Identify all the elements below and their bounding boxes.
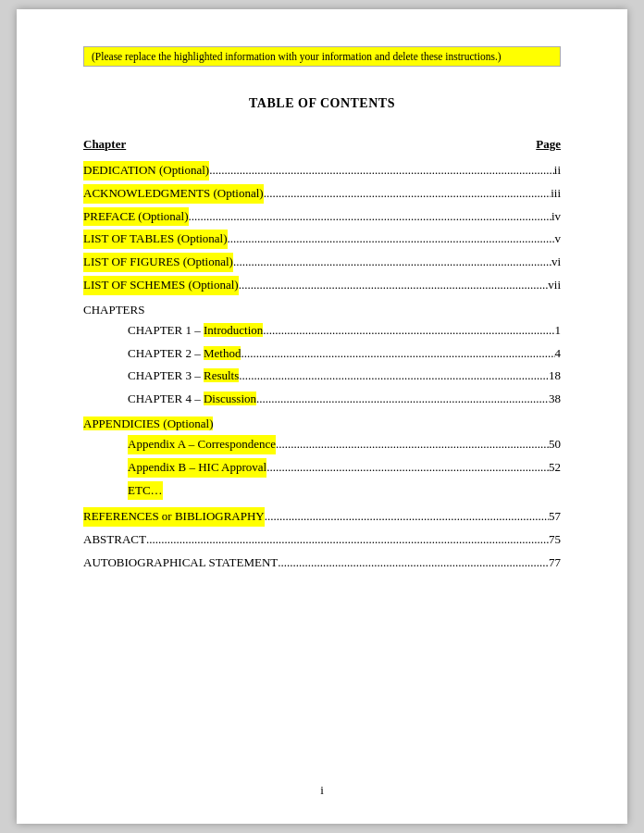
footer: i <box>17 783 627 798</box>
appendicies-section: APPENDICIES (Optional) Appendix A – Corr… <box>83 416 561 500</box>
page-title: TABLE OF CONTENTS <box>249 96 395 110</box>
preface-text: PREFACE (Optional) <box>83 207 189 227</box>
references-text: REFERENCES or BIBLIOGRAPHY <box>83 507 265 527</box>
header-page: Page <box>536 137 561 152</box>
appA-text: Appendix A – Correspondence <box>128 435 276 454</box>
ch4-page: 38 <box>549 390 561 409</box>
entry-etc: ETC… <box>83 481 561 501</box>
entry-list-schemes: LIST OF SCHEMES (Optional) vii <box>83 276 561 295</box>
page: (Please replace the highlighted informat… <box>17 9 627 824</box>
entry-ch2: CHAPTER 2 – Method 4 <box>83 344 561 364</box>
list-schemes-page: vii <box>548 276 561 295</box>
acknowledgments-dots <box>264 187 551 200</box>
ch4-name: Discussion <box>204 392 256 405</box>
entry-abstract: ABSTRACT 75 <box>83 530 561 550</box>
autobiographical-page: 77 <box>549 553 561 573</box>
entry-ch4: CHAPTER 4 – Discussion 38 <box>83 390 561 409</box>
references-page: 57 <box>549 507 561 527</box>
etc-text: ETC… <box>128 481 163 501</box>
instruction-box: (Please replace the highlighted informat… <box>83 46 561 67</box>
bottom-entries: REFERENCES or BIBLIOGRAPHY 57 ABSTRACT 7… <box>83 507 561 572</box>
entry-list-tables: LIST OF TABLES (Optional) v <box>83 230 561 249</box>
ch2-page: 4 <box>555 344 562 364</box>
appendicies-label: APPENDICIES (Optional) <box>83 416 561 431</box>
appB-page: 52 <box>549 458 561 478</box>
ch3-dots <box>239 369 549 382</box>
abstract-dots <box>146 533 549 546</box>
entry-ch3: CHAPTER 3 – Results 18 <box>83 367 561 386</box>
autobiographical-dots <box>278 556 549 569</box>
appB-text: Appendix B – HIC Approval <box>128 458 266 478</box>
list-figures-text: LIST OF FIGURES (Optional) <box>83 253 233 272</box>
ch2-prefix: CHAPTER 2 – Method <box>128 344 241 364</box>
ch4-prefix: CHAPTER 4 – Discussion <box>128 390 256 409</box>
dedication-page: ii <box>554 161 561 180</box>
footer-page-num: i <box>320 783 324 797</box>
dedication-dots <box>209 164 554 177</box>
list-tables-dots <box>228 232 555 245</box>
entry-acknowledgments: ACKNOWLEDGMENTS (Optional) iii <box>83 184 561 204</box>
preface-dots <box>189 210 551 223</box>
chapters-label: CHAPTERS <box>83 303 561 317</box>
header-chapter: Chapter <box>83 137 126 152</box>
entry-list-figures: LIST OF FIGURES (Optional) vi <box>83 253 561 272</box>
abstract-text: ABSTRACT <box>83 530 146 550</box>
ch2-dots <box>241 347 554 360</box>
references-dots <box>265 510 549 523</box>
ch1-prefix: CHAPTER 1 – Introduction <box>128 321 263 341</box>
entry-appA: Appendix A – Correspondence 50 <box>83 435 561 454</box>
toc-header: Chapter Page <box>83 137 561 152</box>
entry-appB: Appendix B – HIC Approval 52 <box>83 458 561 478</box>
appA-page: 50 <box>549 435 561 454</box>
ch1-page: 1 <box>555 321 562 341</box>
entry-autobiographical: AUTOBIOGRAPHICAL STATEMENT 77 <box>83 553 561 573</box>
entry-ch1: CHAPTER 1 – Introduction 1 <box>83 321 561 341</box>
list-tables-page: v <box>555 230 562 249</box>
list-schemes-text: LIST OF SCHEMES (Optional) <box>83 276 239 295</box>
entry-dedication: DEDICATION (Optional) ii <box>83 161 561 180</box>
appA-dots <box>276 438 549 451</box>
ch3-prefix: CHAPTER 3 – Results <box>128 367 239 386</box>
preface-page: iv <box>551 207 561 227</box>
title-block: TABLE OF CONTENTS <box>83 94 561 111</box>
chapters-section: CHAPTERS CHAPTER 1 – Introduction 1 CHAP… <box>83 303 561 409</box>
entry-references: REFERENCES or BIBLIOGRAPHY 57 <box>83 507 561 527</box>
list-figures-page: vi <box>551 253 561 272</box>
front-matter-entries: DEDICATION (Optional) ii ACKNOWLEDGMENTS… <box>83 161 561 295</box>
appendicies-label-text: APPENDICIES (Optional) <box>83 416 213 430</box>
instruction-text: (Please replace the highlighted informat… <box>92 51 502 62</box>
acknowledgments-page: iii <box>551 184 561 204</box>
abstract-page: 75 <box>549 530 561 550</box>
dedication-text: DEDICATION (Optional) <box>83 161 209 180</box>
list-schemes-dots <box>239 279 549 292</box>
ch3-name: Results <box>204 368 239 382</box>
list-figures-dots <box>233 255 551 268</box>
ch2-name: Method <box>204 346 241 360</box>
ch3-page: 18 <box>549 367 561 386</box>
ch4-dots <box>256 392 549 405</box>
ch1-name: Introduction <box>204 323 263 337</box>
appB-dots <box>266 461 549 474</box>
acknowledgments-text: ACKNOWLEDGMENTS (Optional) <box>83 184 264 204</box>
autobiographical-text: AUTOBIOGRAPHICAL STATEMENT <box>83 553 278 573</box>
ch1-dots <box>263 324 554 337</box>
entry-preface: PREFACE (Optional) iv <box>83 207 561 227</box>
list-tables-text: LIST OF TABLES (Optional) <box>83 230 228 249</box>
